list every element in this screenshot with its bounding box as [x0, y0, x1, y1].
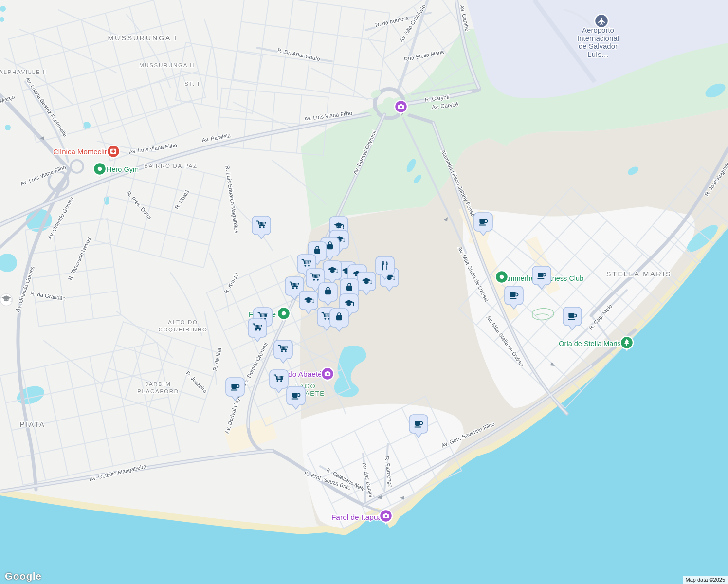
poi-label-hero-gym[interactable]: Hero Gym	[107, 165, 139, 173]
map-attribution: Map data ©2025	[683, 576, 728, 584]
area-label-jardim-placaford-1: JARDIM	[145, 381, 171, 387]
area-label-st-i: ST. I	[184, 81, 200, 87]
area-label-bairro-da-paz: BAIRRO DA PAZ	[144, 163, 197, 169]
google-logo[interactable]: Google	[5, 570, 41, 582]
area-label-stella-maris: STELLA MARIS	[606, 270, 672, 278]
area-label-piata: PIATA	[20, 420, 46, 428]
map-canvas[interactable]: MUSSURUNGA IMUSSURUNGA IIALPHAVILLE IIST…	[0, 0, 728, 584]
area-label-mussurunga-i: MUSSURUNGA I	[108, 34, 177, 42]
poi-label-orla-de-stella-maris[interactable]: Orla de Stella Maris	[559, 340, 620, 347]
area-label-alto-do-coqueirinho-1: ALTO DO	[168, 319, 198, 325]
poi-label-do-abaete[interactable]: do Abaeté	[288, 370, 322, 378]
poi-label-clinica-monteclin[interactable]: Clínica Monteclin	[53, 147, 109, 156]
university-muted-pin[interactable]	[0, 294, 13, 306]
poi-label-fragment-e[interactable]: e	[272, 310, 276, 318]
area-label-mussurunga-ii: MUSSURUNGA II	[139, 62, 195, 68]
area-label-alto-do-coqueirinho-2: COQUEIRINHO	[158, 327, 207, 332]
area-label-jardim-placaford-2: PLACAFORD	[137, 388, 179, 394]
poi-label-farol-de-itapua[interactable]: Farol de Itapuã	[331, 513, 382, 521]
area-label-alphaville-ii: ALPHAVILLE II	[0, 69, 48, 75]
